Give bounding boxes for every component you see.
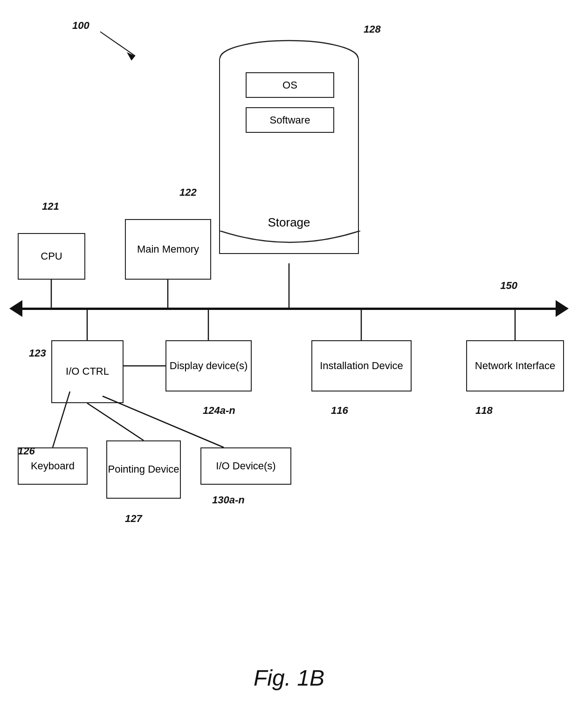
network-box: Network Interface xyxy=(466,340,564,391)
svg-line-11 xyxy=(87,403,144,440)
storage-label: Storage xyxy=(220,215,358,230)
ref-127: 127 xyxy=(125,513,142,525)
ref-116: 116 xyxy=(331,405,348,417)
io-devices-box: I/O Device(s) xyxy=(200,447,291,485)
diagram: 100 OS Software Storage 128 xyxy=(0,0,578,728)
cylinder-bottom-svg xyxy=(219,231,361,254)
ref-121: 121 xyxy=(42,200,59,213)
ref-123: 123 xyxy=(29,347,46,359)
cylinder-body: OS Software Storage xyxy=(219,58,359,254)
ref-126: 126 xyxy=(18,445,35,457)
display-box: Display device(s) xyxy=(165,340,252,391)
storage-cylinder: OS Software Storage xyxy=(219,40,359,263)
ref-130an: 130a-n xyxy=(212,494,245,506)
ref-118: 118 xyxy=(475,405,493,417)
ref-100: 100 xyxy=(72,20,89,32)
software-box: Software xyxy=(246,107,334,133)
bus-arrow-left xyxy=(9,300,22,317)
fig-caption: Fig. 1B xyxy=(0,665,578,691)
bus-arrow-right xyxy=(556,300,569,317)
svg-line-0 xyxy=(100,32,135,56)
bus-line xyxy=(16,308,562,310)
io-ctrl-box: I/O CTRL xyxy=(51,340,124,403)
cpu-box: CPU xyxy=(18,233,85,280)
svg-marker-1 xyxy=(127,52,135,61)
ref-128: 128 xyxy=(364,23,381,35)
main-memory-box: Main Memory xyxy=(125,219,211,280)
ref-124an: 124a-n xyxy=(203,405,235,417)
ref-122: 122 xyxy=(179,186,197,199)
ref-150: 150 xyxy=(500,280,517,292)
os-box: OS xyxy=(246,72,334,98)
svg-line-12 xyxy=(103,396,224,447)
installation-box: Installation Device xyxy=(311,340,412,391)
pointing-box: Pointing Device xyxy=(106,440,181,499)
